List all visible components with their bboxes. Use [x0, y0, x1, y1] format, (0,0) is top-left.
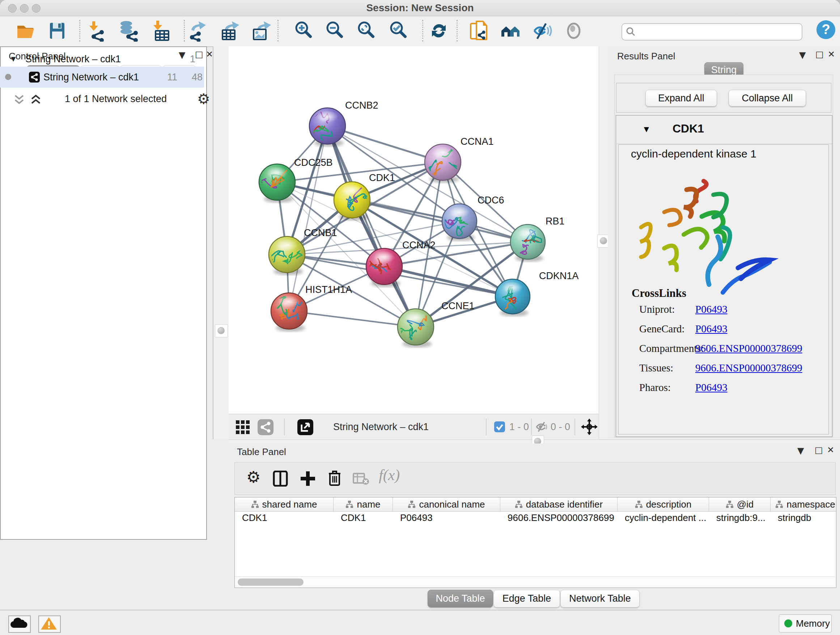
crosslink-link[interactable]: P06493	[695, 303, 728, 315]
refresh-icon[interactable]	[428, 20, 450, 42]
import-network-from-database-icon[interactable]	[118, 20, 139, 42]
splitter-control-network[interactable]	[213, 46, 230, 439]
network-edge-CCNB2-CCNE1[interactable]	[327, 126, 416, 327]
network-edge-CDK1-RB1[interactable]	[352, 200, 528, 242]
control-panel-close-icon[interactable]: ✕	[206, 49, 213, 59]
node-label-CCNA2: CCNA2	[402, 240, 436, 250]
zoom-selected-icon[interactable]	[388, 20, 409, 42]
separator	[531, 418, 532, 435]
save-session-icon[interactable]	[46, 20, 68, 42]
hide-panels-eye-slash-icon[interactable]	[531, 20, 553, 42]
network-row-selected[interactable]: String Network – cdk1 11 48	[0, 67, 204, 88]
network-view-canvas[interactable]: CCNB2CCNA1CDC25BCDK1CDC6RB1CCNB1CCNA2CDK…	[229, 46, 599, 414]
table-cell[interactable]: stringdb	[771, 511, 836, 524]
cloud-status-button[interactable]	[8, 616, 31, 633]
birdseye-toggle-icon[interactable]	[297, 419, 313, 435]
crosslink-link[interactable]: P06493	[695, 323, 728, 334]
collection-label: String Network – cdk1	[25, 51, 121, 67]
table-cell[interactable]: 9606.ENSP00000378699	[500, 511, 617, 524]
expand-all-icon[interactable]	[30, 94, 43, 106]
export-network-icon[interactable]	[188, 20, 210, 42]
table-cell[interactable]: stringdb:9...	[709, 511, 771, 524]
column-header-canonical-name[interactable]: canonical name	[393, 497, 500, 511]
network-options-gear-icon[interactable]: ⚙	[197, 90, 210, 107]
show-panel-eye-icon[interactable]	[563, 20, 584, 42]
network-edge-CCNA2-CDKN1A[interactable]	[384, 266, 513, 296]
gene-section-header[interactable]: ▼ CDK1	[616, 116, 832, 144]
collapse-all-button[interactable]: Collapse All	[729, 90, 806, 106]
network-edge-HIST1H1A-CCNE1[interactable]	[289, 311, 416, 327]
crosslink-link[interactable]: P06493	[695, 382, 728, 393]
column-header-namespace[interactable]: namespace	[771, 497, 836, 511]
results-panel-maximize-icon[interactable]: □	[815, 49, 824, 59]
share-document-icon[interactable]	[468, 20, 489, 42]
network-node-CCNB2[interactable]	[305, 108, 346, 147]
section-collapse-arrow-icon[interactable]: ▼	[642, 124, 651, 134]
network-node-CCNE1[interactable]	[398, 309, 434, 348]
collapse-all-icon[interactable]	[13, 94, 27, 106]
zoom-out-icon[interactable]	[324, 20, 346, 42]
network-view-icon-disabled[interactable]	[257, 419, 273, 435]
network-node-CDC25B[interactable]	[254, 164, 295, 203]
memory-button[interactable]: Memory	[779, 614, 832, 632]
toolbar-separator	[184, 20, 185, 42]
table-panel-close-icon[interactable]: ✕	[827, 445, 834, 455]
table-horizontal-scrollbar[interactable]	[235, 576, 835, 587]
function-builder-icon-disabled: f(x)	[379, 466, 400, 484]
crosslink-link[interactable]: 9606.ENSP00000378699	[695, 342, 802, 354]
scrollbar-thumb[interactable]	[238, 578, 303, 586]
network-selected-summary: 1 of 1 Network selected	[43, 93, 188, 105]
network-node-CDKN1A[interactable]	[495, 279, 530, 317]
network-node-RB1[interactable]	[510, 225, 545, 262]
crosslinks-title: CrossLinks	[632, 287, 686, 300]
splitter-handle[interactable]	[215, 325, 228, 337]
zoom-in-icon[interactable]	[293, 20, 315, 42]
help-icon[interactable]: ?	[815, 19, 837, 41]
network-node-CCNB1[interactable]	[267, 236, 305, 275]
crosslink-label: Compartments:	[639, 342, 704, 355]
warnings-button[interactable]	[38, 616, 61, 633]
table-cell[interactable]: cyclin-dependent ...	[617, 511, 709, 524]
network-collection-row[interactable]: ▼ String Network – cdk1 1	[0, 51, 204, 67]
column-header-description[interactable]: description	[617, 497, 709, 511]
collapse-arrow-icon[interactable]: ▼	[9, 51, 17, 67]
network-node-CDK1[interactable]	[334, 182, 370, 220]
expand-all-button[interactable]: Expand All	[645, 90, 717, 106]
crosslink-link[interactable]: 9606.ENSP00000378699	[695, 362, 802, 374]
home-icon[interactable]	[500, 20, 522, 42]
grid-view-icon[interactable]	[235, 420, 250, 435]
results-panel-close-icon[interactable]: ✕	[828, 49, 835, 59]
gene-name: CDK1	[673, 122, 704, 135]
export-table-icon[interactable]	[219, 20, 241, 42]
table-cell[interactable]: P06493	[393, 511, 500, 524]
export-image-icon[interactable]	[251, 20, 272, 42]
open-session-icon[interactable]	[14, 20, 36, 42]
node-count: 11	[156, 67, 177, 88]
network-edge-CCNB2-HIST1H1A[interactable]	[289, 126, 327, 311]
fit-content-crosshair-icon[interactable]	[581, 418, 598, 435]
selected-checkbox-icon[interactable]	[494, 421, 505, 432]
tab-edge-table[interactable]: Edge Table	[493, 590, 560, 608]
table-cell[interactable]: CDK1	[235, 511, 333, 524]
table-settings-gear-icon[interactable]: ⚙	[246, 468, 261, 486]
import-network-icon[interactable]	[87, 20, 109, 42]
delete-column-trash-icon[interactable]	[327, 470, 343, 486]
results-panel-float-icon[interactable]: ▼	[799, 50, 806, 60]
import-table-icon[interactable]	[150, 20, 172, 42]
search-input[interactable]	[622, 23, 802, 41]
network-node-HIST1H1A[interactable]	[271, 293, 307, 332]
zoom-fit-icon[interactable]	[355, 20, 377, 42]
table-panel-maximize-icon[interactable]: □	[815, 445, 823, 455]
column-header--id[interactable]: @id	[709, 497, 771, 511]
add-column-icon[interactable]	[300, 470, 316, 486]
tab-network-table[interactable]: Network Table	[561, 590, 639, 608]
network-node-CCNA2[interactable]	[364, 249, 402, 287]
split-columns-icon[interactable]	[272, 470, 288, 486]
table-panel-float-icon[interactable]: ▼	[797, 446, 804, 456]
column-header-database-identifier[interactable]: database identifier	[500, 497, 617, 511]
column-header-name[interactable]: name	[333, 497, 393, 511]
splitter-network-results[interactable]	[599, 46, 608, 439]
tab-node-table[interactable]: Node Table	[428, 590, 493, 608]
column-header-shared-name[interactable]: shared name	[235, 497, 333, 511]
table-cell[interactable]: CDK1	[333, 511, 393, 524]
